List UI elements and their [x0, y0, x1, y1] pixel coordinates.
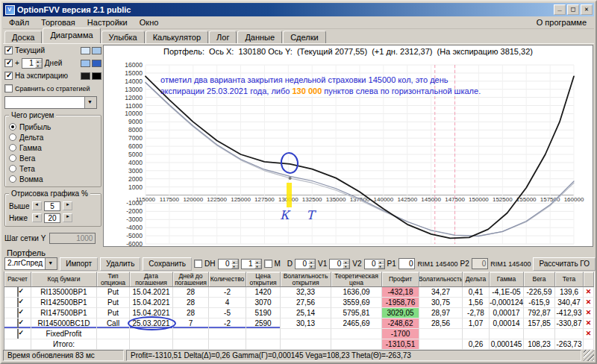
expiration-color2-swatch[interactable] [92, 72, 101, 80]
column-header-open-vol[interactable]: Волатильность открытия [281, 272, 331, 287]
dropdown-arrow-icon[interactable] [45, 258, 57, 269]
plus-days-value[interactable]: 1 [22, 59, 35, 67]
d-spinner[interactable]: 0 [295, 259, 316, 269]
tab-data[interactable]: Данные [237, 31, 282, 43]
delete-row-icon[interactable] [584, 329, 593, 339]
plus-color2-swatch[interactable] [92, 60, 101, 67]
close-button[interactable] [581, 4, 593, 15]
table-row[interactable]: FixedProfit-1700 [4, 329, 595, 339]
tab-smile[interactable]: Улыбка [101, 31, 145, 43]
menu-window[interactable]: Окно [134, 17, 165, 28]
above-increase-button[interactable] [63, 201, 72, 210]
portfolio-preset-select[interactable]: 2.лгСпред [4, 257, 57, 270]
expiration-color1-swatch[interactable] [81, 72, 90, 80]
column-header-vega[interactable]: Вега [524, 272, 555, 287]
tab-log[interactable]: Лог [209, 31, 237, 43]
below-increase-button[interactable] [63, 213, 72, 222]
delete-row-icon[interactable] [584, 287, 593, 297]
menu-trade[interactable]: Торговая [35, 17, 81, 28]
table-row[interactable]: RI135000BP1Put15.04.202128-2142032,33163… [4, 287, 595, 298]
spin-down-icon[interactable] [35, 63, 42, 68]
column-header-option-type[interactable]: Тип опциона [97, 272, 130, 287]
compare-strategy-checkbox[interactable] [4, 84, 13, 92]
delete-button[interactable]: Удалить [100, 257, 140, 271]
expiration-checkbox[interactable] [4, 72, 13, 80]
tab-calculator[interactable]: Калькулятор [146, 31, 208, 43]
menu-about[interactable]: О программе [529, 17, 594, 28]
calc-margin-button[interactable]: Рассчитать ГО [533, 257, 596, 271]
row-calc-checkbox[interactable] [17, 308, 19, 318]
table-row[interactable]: RI142500BP1Put15.04.2021284307027,563559… [4, 298, 595, 308]
v2-value[interactable]: 0 [365, 260, 378, 268]
m-checkbox[interactable] [264, 260, 272, 268]
plus-days-spinner[interactable]: 1 [22, 58, 43, 69]
grid-step-input[interactable]: 1000 [49, 233, 96, 244]
dh-spinner-2[interactable]: 1 [241, 259, 262, 269]
above-decrease-button[interactable] [32, 201, 42, 210]
current-checkbox[interactable] [4, 46, 13, 54]
minimize-button[interactable] [554, 4, 566, 15]
column-header-profit[interactable]: Профит [382, 272, 419, 287]
row-calc-checkbox[interactable] [17, 318, 19, 328]
table-row[interactable]: RI147500BP1Put15.04.202128-5519025,14579… [4, 308, 595, 318]
below-decrease-button[interactable] [32, 213, 42, 222]
import-button[interactable]: Импорт [60, 257, 98, 271]
column-header-days-left[interactable]: Дней до погашения [173, 272, 209, 287]
tab-deals[interactable]: Сделки [283, 31, 326, 43]
column-header-quantity[interactable]: Количество [209, 272, 246, 287]
radio-vomma[interactable]: Вомма [9, 174, 98, 184]
v1-spinner[interactable]: 0 [329, 259, 350, 269]
row-calc-checkbox[interactable] [17, 298, 19, 307]
dh-spin2-value[interactable]: 1 [242, 260, 254, 268]
column-header-calc[interactable]: Расчет [4, 272, 31, 287]
maximize-button[interactable] [567, 4, 579, 15]
column-header-theor-price[interactable]: Теоретическая цена [331, 272, 382, 287]
menu-file[interactable]: Файл [3, 17, 35, 28]
save-button[interactable]: Сохранить [143, 257, 192, 271]
spin-down-icon[interactable] [254, 264, 261, 269]
radio-gamma[interactable]: Гамма [9, 142, 98, 153]
v1-value[interactable]: 0 [330, 260, 343, 268]
radio-delta[interactable]: Дельта [9, 132, 98, 142]
tab-diagram[interactable]: Диаграмма [43, 28, 100, 43]
column-header-expiry-date[interactable]: Дата погашения [130, 272, 173, 287]
radio-vega[interactable]: Вега [9, 153, 98, 163]
spin-down-icon[interactable] [343, 264, 349, 269]
column-header-gamma[interactable]: Гамма [490, 272, 524, 287]
title-bar[interactable]: OptionFVV версия 2.1 public [3, 3, 594, 16]
current-color1-swatch[interactable] [81, 47, 90, 54]
resize-grip[interactable] [584, 350, 594, 361]
dropdown-arrow-icon[interactable] [84, 97, 96, 108]
row-calc-checkbox[interactable] [17, 329, 19, 339]
radio-profit[interactable]: Прибыль [9, 122, 98, 132]
column-header-open-price[interactable]: Цена открытия [246, 272, 281, 287]
table-row[interactable]: RI145000BC1DCall25.03.20217-2259030,1324… [4, 318, 595, 329]
cell-gamma: 0,00017 [490, 308, 524, 318]
delete-row-icon[interactable] [584, 308, 593, 318]
delete-row-icon[interactable] [584, 318, 593, 328]
row-calc-checkbox[interactable] [17, 287, 19, 297]
dh-spin1-value[interactable]: 0 [219, 260, 231, 268]
dh-checkbox[interactable] [194, 260, 202, 268]
column-header-delta[interactable]: Дельта [463, 272, 490, 287]
delete-row-icon[interactable] [584, 298, 593, 307]
menu-settings[interactable]: Настройки [81, 17, 134, 28]
d-value[interactable]: 0 [296, 260, 308, 268]
spin-down-icon[interactable] [308, 264, 315, 269]
current-color2-swatch[interactable] [92, 47, 101, 54]
tab-board[interactable]: Доска [4, 31, 42, 43]
column-header-theta[interactable]: Тета [555, 272, 584, 287]
plus-days-checkbox[interactable] [4, 59, 13, 67]
column-header-volatility[interactable]: Волатильность [419, 272, 463, 287]
plus-color1-swatch[interactable] [81, 60, 90, 67]
dh-spinner-1[interactable]: 0 [218, 259, 239, 269]
strategy-select[interactable] [4, 96, 97, 109]
p1-input[interactable]: 0 [398, 258, 416, 269]
v2-spinner[interactable]: 0 [364, 259, 385, 269]
column-header-delete[interactable] [584, 272, 594, 287]
spin-down-icon[interactable] [231, 264, 238, 269]
radio-theta[interactable]: Тета [9, 163, 98, 174]
spin-down-icon[interactable] [378, 264, 384, 269]
column-header-code[interactable]: Код бумаги [31, 272, 97, 287]
p2-input[interactable]: 0 [472, 258, 489, 269]
